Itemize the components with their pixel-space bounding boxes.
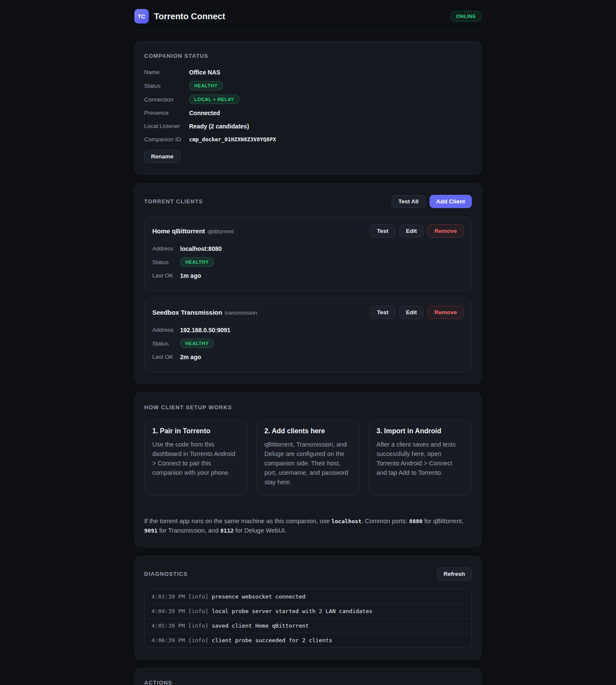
- client-lastok-row: Last OK 1m ago: [152, 271, 464, 280]
- setup-step-card: 3. Import in Android After a client save…: [368, 419, 472, 496]
- client-title: Home qBittorrentqbittorrent: [152, 227, 370, 235]
- companion-status-card: COMPANION STATUS Name Office NAS Status …: [134, 41, 482, 175]
- client-last-ok: 1m ago: [180, 272, 201, 279]
- online-status-badge: ONLINE: [450, 11, 482, 21]
- log-level: [info]: [188, 608, 208, 614]
- log-level: [info]: [188, 637, 208, 643]
- client-address-row: Address localhost:8080: [152, 244, 464, 253]
- test-all-button[interactable]: Test All: [391, 195, 425, 208]
- note-segment: 8112: [220, 527, 234, 534]
- step-body: After a client saves and tests successfu…: [376, 440, 464, 477]
- step-title: 3. Import in Android: [376, 427, 464, 435]
- last-ok-label: Last OK: [152, 272, 180, 279]
- log-message: local probe server started with 2 LAN ca…: [212, 608, 373, 614]
- actions-title: ACTIONS: [144, 679, 472, 685]
- address-label: Address: [152, 245, 180, 252]
- note-segment: 9091: [144, 527, 157, 534]
- field-value: Ready (2 candidates): [189, 123, 249, 130]
- status-field-row: Name Office NAS: [144, 68, 472, 77]
- client-address: 192.168.0.50:9091: [180, 327, 231, 334]
- log-line: 4:06:39 PM [info] client probe succeeded…: [145, 633, 471, 647]
- note-segment: . Common ports:: [361, 518, 409, 524]
- log-line: 4:05:39 PM [info] saved client Home qBit…: [145, 619, 471, 633]
- client-remove-button[interactable]: Remove: [427, 224, 464, 238]
- status-field-row: Status HEALTHY: [144, 81, 472, 90]
- app-logo-icon: TC: [134, 9, 149, 24]
- field-label: Presence: [144, 110, 189, 116]
- client-kind: transmission: [225, 310, 257, 316]
- field-value: Office NAS: [189, 69, 220, 76]
- log-line: 4:01:39 PM [info] presence websocket con…: [145, 590, 471, 604]
- field-value: cmp_docker_01HZXN8Z3V8YQ8PX: [189, 136, 276, 143]
- client-edit-button[interactable]: Edit: [399, 224, 424, 238]
- status-field-row: Companion ID cmp_docker_01HZXN8Z3V8YQ8PX: [144, 135, 472, 144]
- note-segment: for Transmission, and: [157, 527, 220, 534]
- actions-card: ACTIONS Reset / Unpair: [134, 668, 482, 685]
- address-label: Address: [152, 327, 180, 333]
- status-label: Status: [152, 259, 180, 265]
- client-name: Seedbox Transmission: [152, 309, 222, 316]
- field-label: Companion ID: [144, 136, 189, 143]
- field-label: Connection: [144, 96, 189, 103]
- setup-step-card: 1. Pair in Torrento Use the code from th…: [144, 419, 248, 496]
- field-value: LOCAL + RELAY: [189, 95, 240, 104]
- client-lastok-row: Last OK 2m ago: [152, 352, 464, 361]
- step-title: 1. Pair in Torrento: [152, 427, 240, 435]
- companion-status-title: COMPANION STATUS: [144, 53, 472, 59]
- diagnostics-title: DIAGNOSTICS: [144, 571, 437, 577]
- status-field-row: Local Listener Ready (2 candidates): [144, 122, 472, 131]
- client-list: Home qBittorrentqbittorrent Test Edit Re…: [144, 217, 472, 372]
- client-title: Seedbox Transmissiontransmission: [152, 309, 370, 316]
- client-status-row: Status HEALTHY: [152, 339, 464, 348]
- log-line: 4:04:39 PM [info] local probe server sta…: [145, 604, 471, 619]
- client-remove-button[interactable]: Remove: [427, 306, 464, 319]
- rename-button[interactable]: Rename: [144, 150, 181, 163]
- step-title: 2. Add clients here: [264, 427, 352, 435]
- log-message: client probe succeeded for 2 clients: [212, 637, 332, 643]
- setup-step-card: 2. Add clients here qBittorrent, Transmi…: [256, 419, 360, 496]
- log-level: [info]: [188, 593, 208, 600]
- client-name: Home qBittorrent: [152, 227, 205, 235]
- client-last-ok: 2m ago: [180, 354, 201, 360]
- note-segment: If the torrent app runs on the same mach…: [144, 518, 332, 524]
- client-kind: qbittorrent: [207, 228, 234, 235]
- note-segment: for qBittorrent,: [423, 518, 464, 524]
- field-label: Name: [144, 69, 189, 75]
- companion-status-fields: Name Office NAS Status HEALTHY Connectio…: [144, 68, 472, 144]
- page-title: Torrento Connect: [154, 12, 445, 21]
- client-card: Seedbox Transmissiontransmission Test Ed…: [144, 298, 472, 372]
- client-test-button[interactable]: Test: [370, 224, 395, 238]
- client-status-row: Status HEALTHY: [152, 257, 464, 267]
- log-message: presence websocket connected: [212, 593, 305, 600]
- setup-help-card: HOW CLIENT SETUP WORKS 1. Pair in Torren…: [134, 393, 482, 547]
- step-body: Use the code from this dashboard in Torr…: [152, 440, 240, 477]
- diagnostics-log: 4:01:39 PM [info] presence websocket con…: [144, 589, 472, 648]
- log-time: 4:06:39 PM: [151, 637, 185, 643]
- app-header: TC Torrento Connect ONLINE: [134, 9, 482, 31]
- status-label: Status: [152, 340, 180, 347]
- client-address-row: Address 192.168.0.50:9091: [152, 325, 464, 334]
- add-client-button[interactable]: Add Client: [429, 195, 472, 208]
- refresh-button[interactable]: Refresh: [437, 567, 472, 581]
- note-segment: for Deluge WebUI.: [234, 527, 286, 534]
- log-time: 4:05:39 PM: [151, 622, 185, 629]
- setup-steps: 1. Pair in Torrento Use the code from th…: [144, 419, 472, 496]
- torrent-clients-card: TORRENT CLIENTS Test All Add Client Home…: [134, 183, 482, 384]
- log-time: 4:01:39 PM: [151, 593, 185, 600]
- client-address: localhost:8080: [180, 245, 222, 252]
- setup-help-title: HOW CLIENT SETUP WORKS: [144, 404, 472, 411]
- field-label: Status: [144, 83, 189, 89]
- last-ok-label: Last OK: [152, 354, 180, 360]
- step-body: qBittorrent, Transmission, and Deluge ar…: [264, 440, 352, 487]
- log-level: [info]: [188, 622, 208, 629]
- diagnostics-card: DIAGNOSTICS Refresh 4:01:39 PM [info] pr…: [134, 556, 482, 659]
- client-test-button[interactable]: Test: [370, 306, 395, 319]
- field-label: Local Listener: [144, 123, 189, 129]
- log-time: 4:04:39 PM: [151, 608, 185, 614]
- client-edit-button[interactable]: Edit: [399, 306, 424, 319]
- torrent-clients-title: TORRENT CLIENTS: [144, 198, 391, 205]
- client-card: Home qBittorrentqbittorrent Test Edit Re…: [144, 217, 472, 291]
- note-segment: localhost: [332, 518, 361, 524]
- status-field-row: Connection LOCAL + RELAY: [144, 95, 472, 104]
- setup-note: If the torrent app runs on the same mach…: [144, 507, 472, 536]
